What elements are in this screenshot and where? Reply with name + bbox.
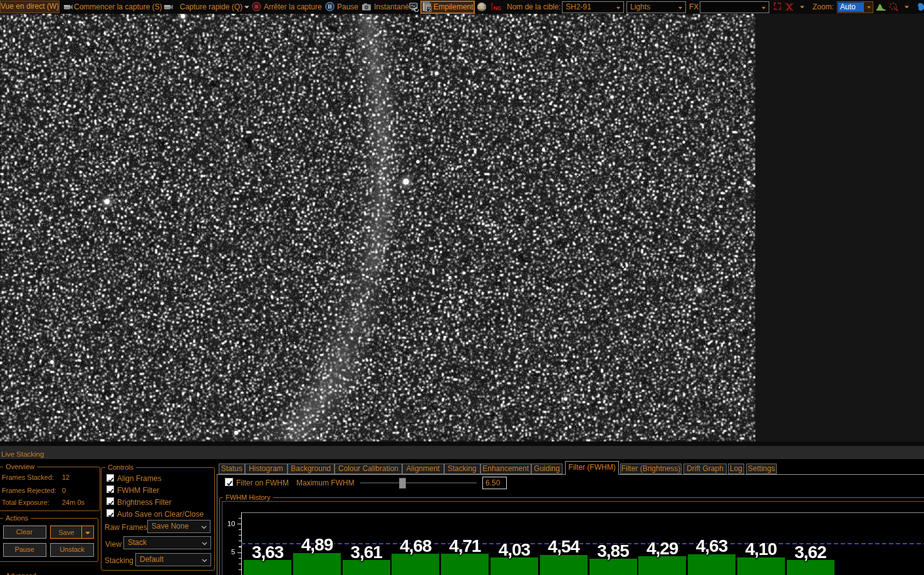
svg-text:NG: NG: [493, 4, 501, 11]
